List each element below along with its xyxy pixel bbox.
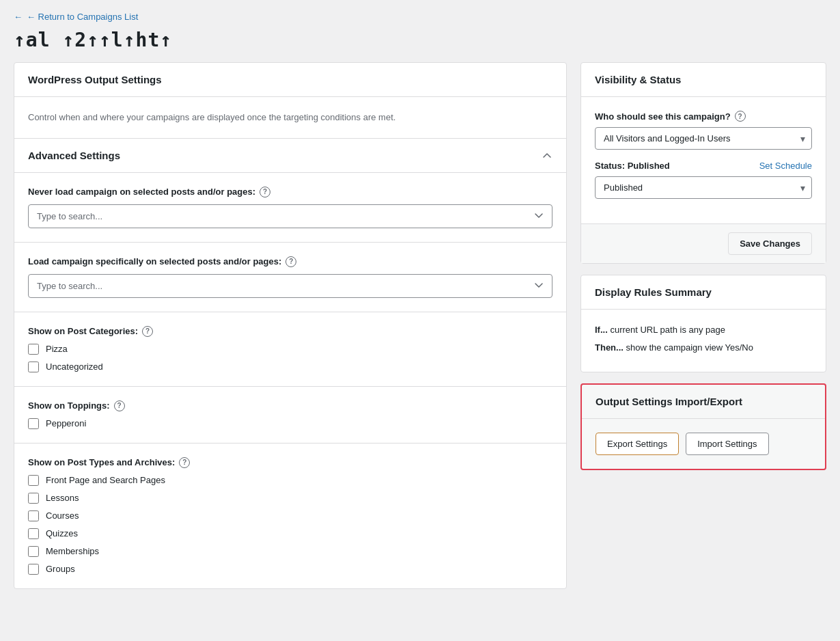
card-header: WordPress Output Settings [14, 63, 566, 97]
advanced-settings-title: Advanced Settings [28, 150, 120, 161]
never-load-label: Never load campaign on selected posts an… [28, 187, 552, 197]
list-item[interactable]: Quizzes [28, 528, 552, 539]
list-item[interactable]: Courses [28, 510, 552, 521]
display-rules-header: Display Rules Summary [581, 275, 826, 310]
dropdown-chevron-icon [534, 210, 544, 222]
uncategorized-label: Uncategorized [46, 362, 103, 372]
if-prefix: If... [595, 325, 608, 335]
pizza-label: Pizza [46, 344, 68, 354]
front-page-label: Front Page and Search Pages [46, 475, 165, 485]
pepperoni-checkbox[interactable] [28, 418, 39, 429]
who-label: Who should see this campaign? ? [595, 111, 812, 122]
status-row: Status: Published Set Schedule [595, 161, 812, 171]
page-title: ↑al ↑2↑↑l↑ht↑ [14, 29, 826, 51]
then-rule-text: show the campaign view Yes/No [626, 342, 753, 353]
pizza-checkbox[interactable] [28, 344, 39, 355]
back-arrow-icon: ← [14, 12, 23, 22]
toppings-label: Show on Toppings: ? [28, 400, 552, 411]
load-specific-dropdown[interactable]: Type to search... [28, 274, 552, 298]
wordpress-output-settings-card: WordPress Output Settings Control when a… [14, 62, 567, 589]
courses-checkbox[interactable] [28, 510, 39, 521]
left-panel: WordPress Output Settings Control when a… [14, 62, 567, 589]
never-load-placeholder: Type to search... [37, 211, 102, 221]
list-item[interactable]: Groups [28, 564, 552, 575]
status-select[interactable]: Published Draft Pending [595, 176, 812, 199]
export-settings-button[interactable]: Export Settings [596, 433, 679, 455]
load-specific-label: Load campaign specifically on selected p… [28, 256, 552, 267]
memberships-checkbox[interactable] [28, 546, 39, 557]
import-export-card: Output Settings Import/Export Export Set… [580, 383, 826, 470]
post-types-checkbox-group: Front Page and Search Pages Lessons Cour… [28, 475, 552, 575]
list-item: If... current URL path is any page [595, 323, 812, 337]
memberships-label: Memberships [46, 546, 99, 556]
visibility-status-card: Visibility & Status Who should see this … [580, 62, 826, 264]
list-item: Then... show the campaign view Yes/No [595, 341, 812, 355]
list-item[interactable]: Front Page and Search Pages [28, 475, 552, 486]
categories-label: Show on Post Categories: ? [28, 326, 552, 337]
courses-label: Courses [46, 510, 79, 521]
status-label: Status: Published [595, 161, 670, 171]
list-item[interactable]: Lessons [28, 493, 552, 504]
back-link-text: ← Return to Campaigns List [27, 12, 138, 22]
who-select-wrapper: All Visitors and Logged-In Users Visitor… [595, 127, 812, 150]
lessons-label: Lessons [46, 493, 79, 503]
list-item[interactable]: Pepperoni [28, 418, 552, 429]
then-prefix: Then... [595, 342, 624, 353]
never-load-help-icon[interactable]: ? [260, 187, 270, 197]
chevron-up-icon [542, 150, 552, 161]
who-field-group: Who should see this campaign? ? All Visi… [595, 111, 812, 150]
import-export-header: Output Settings Import/Export [582, 385, 825, 419]
who-select[interactable]: All Visitors and Logged-In Users Visitor… [595, 127, 812, 150]
uncategorized-checkbox[interactable] [28, 362, 39, 372]
status-select-wrapper: Published Draft Pending ▾ [595, 176, 812, 199]
categories-section: Show on Post Categories: ? Pizza Uncateg… [14, 312, 566, 387]
save-changes-row: Save Changes [581, 223, 826, 263]
load-specific-placeholder: Type to search... [37, 281, 102, 291]
import-settings-button[interactable]: Import Settings [686, 433, 768, 455]
list-item[interactable]: Uncategorized [28, 362, 552, 372]
card-description: Control when and where your campaigns ar… [14, 97, 566, 139]
if-rule-text: current URL path is any page [610, 325, 725, 335]
list-item[interactable]: Memberships [28, 546, 552, 557]
status-field-group: Status: Published Set Schedule Published… [595, 161, 812, 199]
advanced-settings-toggle[interactable]: Advanced Settings [14, 139, 566, 173]
back-link[interactable]: ← ← Return to Campaigns List [14, 12, 138, 22]
set-schedule-link[interactable]: Set Schedule [759, 161, 812, 171]
right-panel: Visibility & Status Who should see this … [580, 62, 826, 470]
who-help-icon[interactable]: ? [735, 111, 746, 122]
categories-checkbox-group: Pizza Uncategorized [28, 344, 552, 372]
toppings-help-icon[interactable]: ? [114, 400, 125, 411]
load-specific-section: Load campaign specifically on selected p… [14, 243, 566, 312]
visibility-title: Visibility & Status [595, 74, 812, 85]
list-item[interactable]: Pizza [28, 344, 552, 355]
quizzes-label: Quizzes [46, 528, 78, 538]
pepperoni-label: Pepperoni [46, 418, 86, 428]
groups-label: Groups [46, 564, 75, 574]
card-title: WordPress Output Settings [28, 74, 552, 85]
display-rules-title: Display Rules Summary [595, 286, 812, 298]
toppings-checkbox-group: Pepperoni [28, 418, 552, 429]
toppings-section: Show on Toppings: ? Pepperoni [14, 387, 566, 444]
post-types-label: Show on Post Types and Archives: ? [28, 457, 552, 468]
quizzes-checkbox[interactable] [28, 528, 39, 539]
groups-checkbox[interactable] [28, 564, 39, 575]
import-export-title: Output Settings Import/Export [596, 396, 811, 407]
load-specific-help-icon[interactable]: ? [285, 256, 296, 267]
never-load-section: Never load campaign on selected posts an… [14, 173, 566, 243]
front-page-checkbox[interactable] [28, 475, 39, 486]
post-types-section: Show on Post Types and Archives: ? Front… [14, 444, 566, 588]
display-rules-card: Display Rules Summary If... current URL … [580, 275, 826, 372]
lessons-checkbox[interactable] [28, 493, 39, 504]
post-types-help-icon[interactable]: ? [179, 457, 190, 468]
display-rules-body: If... current URL path is any page Then.… [581, 310, 826, 372]
import-export-body: Export Settings Import Settings [582, 419, 825, 469]
never-load-dropdown[interactable]: Type to search... [28, 204, 552, 228]
visibility-body: Who should see this campaign? ? All Visi… [581, 97, 826, 223]
save-changes-button[interactable]: Save Changes [728, 232, 812, 255]
visibility-header: Visibility & Status [581, 63, 826, 97]
categories-help-icon[interactable]: ? [142, 326, 153, 337]
dropdown-chevron-icon-2 [534, 280, 544, 292]
